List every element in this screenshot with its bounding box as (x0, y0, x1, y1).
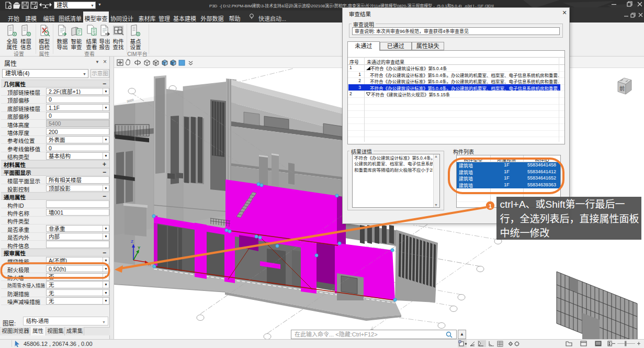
svg-text:X: X (148, 262, 151, 266)
svg-text:前: 前 (619, 85, 625, 92)
svg-text:Y: Y (138, 245, 141, 250)
svg-text:Z: Z (131, 239, 133, 244)
